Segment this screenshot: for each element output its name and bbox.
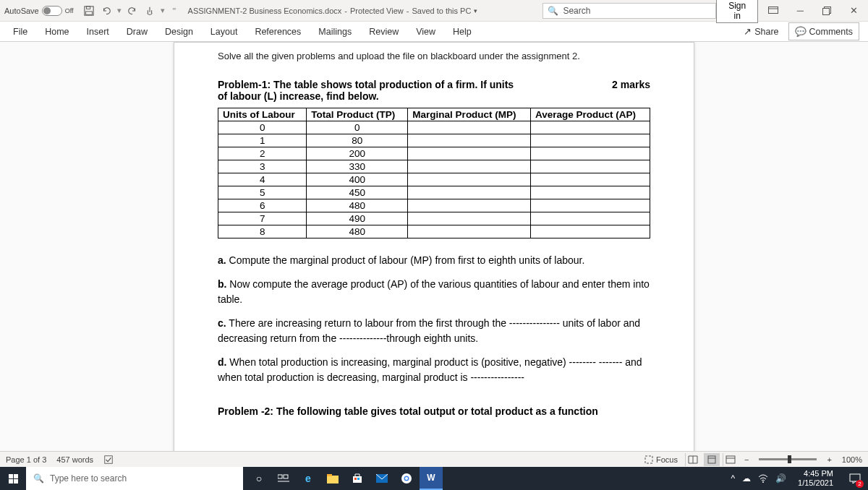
document-area[interactable]: Solve all the given problems and upload … [0,42,868,451]
th-labour: Units of Labour [218,108,307,121]
file-explorer-icon[interactable] [321,467,344,490]
table-row: 7490 [218,212,650,225]
table-row: 4400 [218,173,650,186]
focus-button[interactable]: Focus [644,455,682,464]
problem2-heading: Problem -2: The following table gives to… [218,405,650,417]
tab-mailings[interactable]: Mailings [310,22,360,41]
ribbon-display-icon[interactable] [762,0,785,22]
document-title: ASSIGNMENT-2 Business Economics.docx - P… [181,7,485,15]
task-view-icon[interactable] [272,467,295,490]
tab-references[interactable]: References [246,22,310,41]
title-dropdown-icon[interactable]: ▾ [474,7,477,14]
close-icon[interactable]: ✕ [843,0,865,22]
restore-icon[interactable] [816,0,838,22]
onedrive-icon[interactable]: ☁ [742,473,751,483]
search-icon: 🔍 [548,6,558,16]
page-indicator[interactable]: Page 1 of 3 [6,455,46,464]
share-icon: ↗ [744,26,752,37]
notification-badge: 2 [856,480,864,488]
zoom-out-button[interactable]: − [741,455,752,464]
taskbar-search[interactable]: 🔍 Type here to search [26,467,243,490]
cortana-icon[interactable]: ○ [247,467,271,490]
word-icon[interactable]: W [420,467,443,490]
question-b: b. Now compute the average product (AP) … [218,277,650,307]
dropdown-caret-icon[interactable]: ▾ [159,6,166,15]
taskbar-apps: ○ e W [247,467,443,490]
qat-customize-icon[interactable]: ⁼ [168,6,178,15]
svg-rect-11 [726,456,735,463]
zoom-level[interactable]: 100% [838,455,862,464]
zoom-slider[interactable] [759,458,817,460]
table-row: 3330 [218,160,650,173]
redo-icon[interactable] [124,3,140,19]
svg-rect-8 [645,456,652,463]
notifications-icon[interactable]: 2 [845,467,865,490]
proofing-icon[interactable] [103,455,114,465]
tab-file[interactable]: File [4,22,36,41]
share-button[interactable]: ↗ Share [737,22,785,40]
document-page: Solve all the given problems and upload … [174,42,694,451]
th-ap: Average Product (AP) [530,108,650,121]
svg-rect-9 [708,456,715,463]
tab-layout[interactable]: Layout [202,22,247,41]
tab-insert[interactable]: Insert [78,22,118,41]
svg-point-24 [405,477,408,480]
comments-button[interactable]: 💬 Comments [788,22,859,40]
volume-icon[interactable]: 🔊 [775,473,786,483]
touch-mode-icon[interactable] [142,3,158,19]
sign-in-button[interactable]: Sign in [716,0,758,23]
zoom-in-button[interactable]: + [824,455,834,464]
problem1-heading: Problem-1: The table shows total product… [218,79,650,102]
table-row: 5450 [218,186,650,199]
undo-icon[interactable] [98,3,114,19]
svg-rect-16 [327,476,339,483]
table-row: 6480 [218,199,650,212]
svg-rect-13 [278,475,282,478]
dropdown-caret-icon[interactable]: ▾ [116,6,123,15]
tab-view[interactable]: View [407,22,444,41]
word-count[interactable]: 457 words [56,455,93,464]
web-layout-icon[interactable] [723,453,739,466]
th-tp: Total Product (TP) [307,108,408,121]
svg-rect-7 [105,455,113,463]
taskbar-search-placeholder: Type here to search [50,473,127,483]
store-icon[interactable] [346,467,369,490]
toggle-switch[interactable] [42,6,62,16]
question-list: a. Compute the marginal product of labou… [218,253,650,385]
autosave-state: Off [65,7,74,14]
save-icon[interactable] [81,3,97,19]
tab-design[interactable]: Design [156,22,202,41]
question-d: d. When total production is increasing, … [218,355,650,385]
quick-access-toolbar: ▾ ▾ ⁼ [78,3,181,19]
production-table: Units of Labour Total Product (TP) Margi… [218,108,650,238]
search-box[interactable]: 🔍 Search [485,3,716,19]
chrome-icon[interactable] [395,467,418,490]
read-mode-icon[interactable] [685,453,701,466]
edge-icon[interactable]: e [297,467,320,490]
svg-point-25 [762,481,764,483]
svg-rect-2 [85,11,92,14]
tray-expand-icon[interactable]: ^ [731,473,735,483]
tab-help[interactable]: Help [444,22,480,41]
start-button[interactable] [0,467,26,490]
minimize-icon[interactable]: ─ [789,0,812,22]
search-icon: 🔍 [33,473,44,483]
print-layout-icon[interactable] [704,453,720,466]
question-a: a. Compute the marginal product of labou… [218,253,650,268]
clock[interactable]: 4:45 PM 1/15/2021 [793,469,838,488]
autosave-label: AutoSave [4,7,39,15]
tab-draw[interactable]: Draw [118,22,156,41]
table-row: 180 [218,134,650,147]
autosave-toggle[interactable]: AutoSave Off [0,6,78,16]
saved-label: Saved to this PC [412,7,471,15]
svg-rect-20 [357,478,359,480]
table-row: 8480 [218,225,650,238]
search-placeholder: Search [563,6,590,16]
title-right: Sign in ─ ✕ [716,0,868,23]
tab-review[interactable]: Review [360,22,407,41]
windows-taskbar: 🔍 Type here to search ○ e W ^ ☁ 🔊 4:45 P… [0,467,868,490]
mail-icon[interactable] [370,467,393,490]
tab-home[interactable]: Home [36,22,77,41]
ribbon-tabs: File Home Insert Draw Design Layout Refe… [0,22,868,42]
wifi-icon[interactable] [758,474,768,483]
